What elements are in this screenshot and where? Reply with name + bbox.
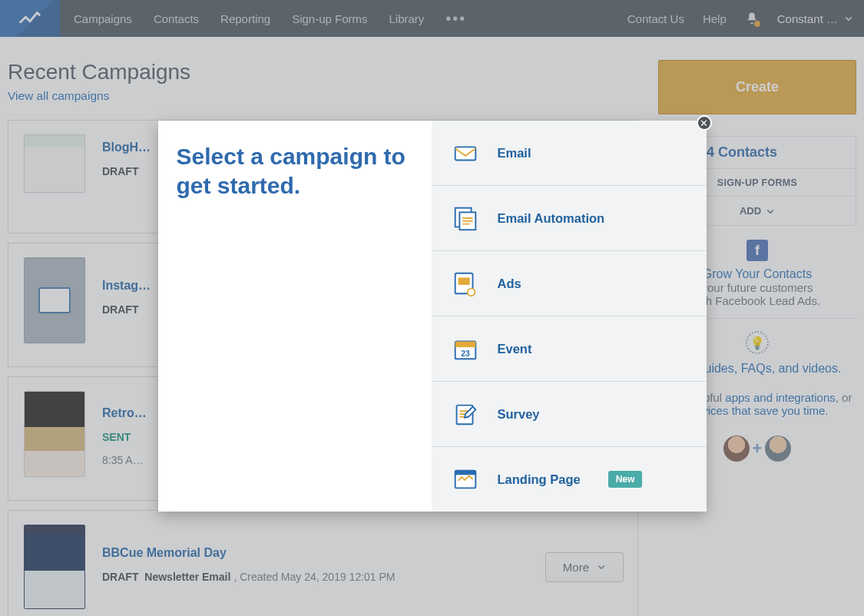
campaign-type-event[interactable]: 23 Event (432, 316, 707, 382)
campaign-type-ads[interactable]: Ads (432, 251, 707, 316)
landing-page-icon (450, 464, 481, 495)
campaign-type-email[interactable]: Email (432, 121, 707, 186)
campaign-type-label: Survey (498, 407, 540, 422)
svg-rect-5 (458, 277, 469, 285)
campaign-type-label: Email Automation (498, 211, 605, 226)
email-icon (450, 137, 481, 168)
svg-rect-1 (455, 147, 475, 160)
close-icon[interactable]: ✕ (697, 115, 712, 131)
svg-rect-12 (455, 471, 475, 475)
new-badge: New (608, 471, 643, 488)
campaign-type-email-automation[interactable]: Email Automation (432, 186, 707, 251)
modal-overlay[interactable]: ✕ Select a campaign to get started. Emai… (0, 0, 864, 616)
campaign-type-landing-page[interactable]: Landing Page New (432, 447, 707, 512)
campaign-type-label: Ads (498, 277, 521, 291)
survey-icon (450, 399, 481, 429)
automation-icon (450, 203, 481, 233)
svg-point-6 (467, 289, 475, 296)
campaign-type-label: Event (498, 342, 532, 356)
ads-icon (450, 268, 481, 299)
campaign-type-label: Email (498, 146, 531, 161)
svg-text:23: 23 (461, 349, 470, 358)
campaign-type-survey[interactable]: Survey (432, 382, 707, 447)
svg-rect-8 (455, 342, 475, 348)
campaign-type-label: Landing Page (498, 472, 581, 487)
create-campaign-modal: ✕ Select a campaign to get started. Emai… (158, 121, 707, 512)
event-icon: 23 (450, 333, 481, 364)
modal-title: Select a campaign to get started. (177, 142, 413, 201)
